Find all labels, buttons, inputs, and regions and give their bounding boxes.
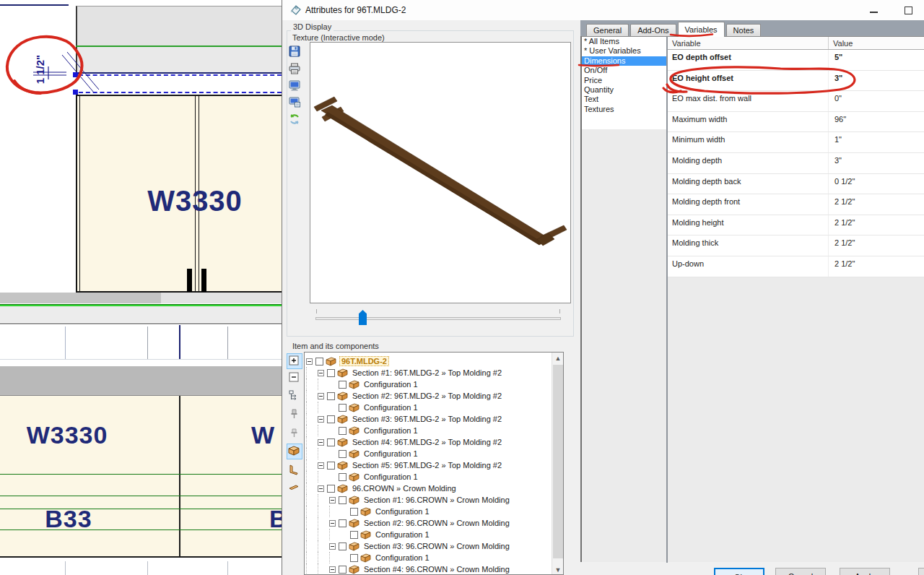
display-settings-button[interactable] xyxy=(288,79,302,93)
variable-value[interactable]: 3" xyxy=(829,153,924,173)
category-item[interactable]: * User Variables xyxy=(582,46,666,56)
display-capture-button[interactable] xyxy=(288,95,302,110)
tree-item-checkbox[interactable] xyxy=(315,358,323,366)
category-item[interactable]: Price xyxy=(582,76,666,85)
tree-item-checkbox[interactable] xyxy=(339,519,346,527)
tree-item-checkbox[interactable] xyxy=(350,554,358,562)
tab-add-ons[interactable]: Add-Ons xyxy=(630,24,676,37)
table-header[interactable]: Variable Value xyxy=(668,37,924,50)
tree-item-checkbox[interactable] xyxy=(339,473,346,481)
tree-item-checkbox[interactable] xyxy=(339,496,346,504)
variable-value[interactable]: 2 1/2" xyxy=(829,194,924,215)
variable-value[interactable]: 2 1/2" xyxy=(829,256,924,277)
maximize-button[interactable] xyxy=(897,4,919,17)
tree-item[interactable]: Section #2: 96.CROWN » Crown Molding xyxy=(306,517,551,529)
zoom-slider-track[interactable] xyxy=(315,317,561,320)
tree-item[interactable]: Configuration 1 xyxy=(306,552,551,563)
tree-item[interactable]: Configuration 1 xyxy=(306,506,551,517)
tree-item[interactable]: 96T.MLDG-2 xyxy=(306,355,551,367)
scroll-down-button[interactable]: ▼ xyxy=(552,564,564,575)
3d-viewport[interactable] xyxy=(310,42,571,303)
tree-item-checkbox[interactable] xyxy=(327,392,335,400)
tab-general[interactable]: General xyxy=(586,24,629,37)
tree-item-checkbox[interactable] xyxy=(350,531,358,539)
table-row[interactable]: Molding depth front2 1/2" xyxy=(668,194,924,215)
table-row[interactable]: Molding depth back0 1/2" xyxy=(668,174,924,195)
table-row[interactable]: Minimum width1" xyxy=(668,132,924,153)
tree-item-checkbox[interactable] xyxy=(339,381,346,389)
scroll-up-button[interactable]: ▲ xyxy=(552,353,564,364)
tree-item-checkbox[interactable] xyxy=(339,566,346,574)
category-item[interactable]: Text xyxy=(582,95,666,104)
scrollbar-thumb[interactable] xyxy=(553,365,563,558)
tree-item[interactable]: Section #4: 96T.MLDG-2 » Top Molding #2 xyxy=(306,436,551,448)
variable-value[interactable]: 96" xyxy=(829,112,924,132)
tree-item[interactable]: Section #1: 96.CROWN » Crown Molding xyxy=(306,494,551,506)
tree-item-checkbox[interactable] xyxy=(339,450,346,458)
tree-item[interactable]: Configuration 1 xyxy=(306,402,551,413)
tree-item[interactable]: Configuration 1 xyxy=(306,425,551,436)
variable-value[interactable]: 0 1/2" xyxy=(829,174,924,194)
tree-item[interactable]: Section #3: 96.CROWN » Crown Molding xyxy=(306,540,551,552)
table-row[interactable]: Molding thick2 1/2" xyxy=(668,235,924,256)
tree-collapse-toggle[interactable] xyxy=(329,520,336,527)
tab-variables[interactable]: Variables xyxy=(678,22,725,37)
tree-item-checkbox[interactable] xyxy=(350,508,358,516)
category-item[interactable]: On/Off xyxy=(582,66,666,75)
tree-item[interactable]: Section #1: 96T.MLDG-2 » Top Molding #2 xyxy=(306,367,551,379)
variable-value[interactable]: 0" xyxy=(829,91,924,111)
category-item[interactable]: Dimensions xyxy=(582,56,666,66)
minimize-button[interactable] xyxy=(863,4,884,17)
tree-collapse-toggle[interactable] xyxy=(318,370,324,376)
components-tree-panel[interactable]: 96T.MLDG-2Section #1: 96T.MLDG-2 » Top M… xyxy=(304,352,564,575)
tree-item[interactable]: Section #5: 96T.MLDG-2 » Top Molding #2 xyxy=(306,459,551,471)
column-header-value[interactable]: Value xyxy=(829,37,924,49)
tree-item-checkbox[interactable] xyxy=(327,462,335,470)
tree-item-checkbox[interactable] xyxy=(327,369,335,377)
table-row[interactable]: Maximum width96" xyxy=(668,112,924,133)
variable-value[interactable]: 3" xyxy=(829,71,924,91)
tree-item[interactable]: Configuration 1 xyxy=(306,471,551,483)
table-row[interactable]: EO depth offset5" xyxy=(668,50,924,71)
tree-item-checkbox[interactable] xyxy=(327,415,335,423)
tree-item[interactable]: Section #4: 96.CROWN » Crown Molding xyxy=(306,563,551,575)
tree-collapse-toggle[interactable] xyxy=(318,462,324,469)
tree-item-checkbox[interactable] xyxy=(327,438,335,446)
selection-handle[interactable] xyxy=(73,90,78,95)
collapse-all-button[interactable] xyxy=(287,371,302,385)
table-row[interactable]: Molding height2 1/2" xyxy=(668,215,924,236)
tree-item[interactable]: Section #2: 96T.MLDG-2 » Top Molding #2 xyxy=(306,390,551,402)
tree-collapse-toggle[interactable] xyxy=(318,485,324,492)
tree-item[interactable]: Section #3: 96T.MLDG-2 » Top Molding #2 xyxy=(306,413,551,425)
tree-collapse-toggle[interactable] xyxy=(329,543,336,550)
tree-item-checkbox[interactable] xyxy=(327,485,335,493)
column-header-variable[interactable]: Variable xyxy=(668,37,829,49)
tab-notes[interactable]: Notes xyxy=(726,24,762,37)
tree-collapse-toggle[interactable] xyxy=(329,497,336,503)
tree-item[interactable]: Configuration 1 xyxy=(306,448,551,459)
tree-structure-button[interactable] xyxy=(287,389,302,403)
tree-item[interactable]: Configuration 1 xyxy=(306,379,551,390)
variable-value[interactable]: 1" xyxy=(829,132,924,152)
tree-item-checkbox[interactable] xyxy=(339,427,346,435)
table-row[interactable]: Molding depth3" xyxy=(668,153,924,174)
print-button[interactable] xyxy=(288,62,302,77)
refresh-button[interactable] xyxy=(288,113,302,127)
tree-item-checkbox[interactable] xyxy=(339,404,346,412)
variable-value[interactable]: 2 1/2" xyxy=(829,235,924,256)
tree-collapse-toggle[interactable] xyxy=(306,358,313,365)
corner-piece-button[interactable] xyxy=(287,463,302,477)
category-item[interactable]: Quantity xyxy=(582,85,666,95)
pin-button[interactable] xyxy=(287,407,302,422)
pin-alt-button[interactable] xyxy=(287,426,302,441)
tree-item[interactable]: 96.CROWN » Crown Molding xyxy=(306,483,551,494)
tree-scrollbar[interactable]: ▲ ▼ xyxy=(552,353,563,575)
table-row[interactable]: EO height offset3" xyxy=(668,71,924,92)
tree-item[interactable]: Configuration 1 xyxy=(306,529,551,540)
cancel-button[interactable]: Cancel xyxy=(775,568,826,575)
table-row[interactable]: Up-down2 1/2" xyxy=(668,256,924,277)
tree-collapse-toggle[interactable] xyxy=(318,416,324,423)
variable-value[interactable]: 5" xyxy=(829,50,924,70)
table-row[interactable]: EO max dist. from wall0" xyxy=(668,91,924,112)
plan-cabinet-region[interactable] xyxy=(0,396,282,558)
